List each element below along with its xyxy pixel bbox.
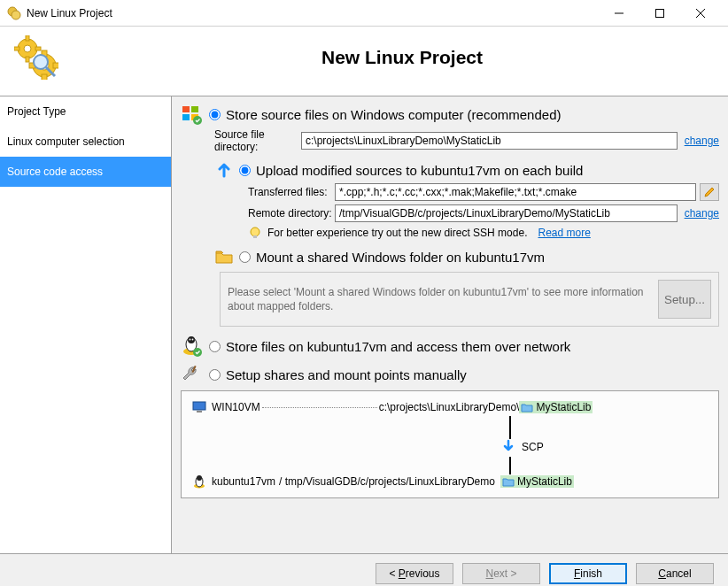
svg-rect-9 bbox=[26, 57, 29, 62]
svg-point-38 bbox=[197, 475, 202, 481]
svg-rect-26 bbox=[253, 235, 257, 238]
mount-label: Mount a shared Windows folder on kubuntu… bbox=[256, 250, 545, 265]
option-label: Setup shares and mount points manually bbox=[226, 367, 467, 382]
svg-rect-35 bbox=[197, 411, 202, 413]
read-more-link[interactable]: Read more bbox=[538, 227, 590, 239]
sidebar-item-linux-computer[interactable]: Linux computer selection bbox=[0, 127, 171, 157]
svg-point-24 bbox=[193, 116, 202, 125]
remote-dir-label: Remote directory: bbox=[248, 207, 335, 220]
upload-icon bbox=[214, 160, 234, 180]
maximize-button[interactable] bbox=[639, 1, 680, 26]
page-title: New Linux Project bbox=[94, 47, 710, 68]
svg-point-31 bbox=[192, 339, 194, 341]
wizard-content: Store source files on Windows computer (… bbox=[172, 96, 728, 553]
svg-rect-3 bbox=[656, 9, 664, 17]
option-label: Store source files on Windows computer (… bbox=[226, 107, 561, 122]
diagram-linux-path: / tmp/VisualGDB/c/projects/LinuxLibraryD… bbox=[279, 475, 495, 488]
monitor-icon bbox=[192, 400, 206, 414]
diagram-connector bbox=[509, 457, 511, 474]
diagram-scp: SCP bbox=[500, 439, 544, 455]
hint-text: For better experience try out the new di… bbox=[267, 227, 527, 239]
transfer-diagram: WIN10VM c:\projects\LinuxLibraryDemo\MyS… bbox=[181, 390, 719, 498]
wizard-header: New Linux Project bbox=[0, 27, 728, 96]
transferred-label: Transferred files: bbox=[248, 186, 335, 198]
wizard-footer: < PPreviousrevious Next >Next > FinishFi… bbox=[0, 553, 728, 586]
windows-icon bbox=[181, 104, 202, 125]
radio-store-windows[interactable] bbox=[209, 109, 221, 120]
sidebar-item-source-access[interactable]: Source code access bbox=[0, 157, 171, 187]
change-remote-link[interactable]: change bbox=[685, 207, 719, 220]
app-icon bbox=[7, 6, 21, 20]
window-titlebar: New Linux Project bbox=[0, 0, 728, 27]
diagram-linux-folder: MyStaticLib bbox=[500, 475, 574, 488]
radio-mount-folder[interactable] bbox=[239, 251, 251, 263]
diagram-win-path: c:\projects\LinuxLibraryDemo\ bbox=[379, 401, 520, 413]
svg-point-1 bbox=[12, 11, 20, 19]
mount-info-text: Please select 'Mount a shared Windows fo… bbox=[228, 285, 649, 313]
window-title: New Linux Project bbox=[27, 7, 599, 19]
cancel-button[interactable]: CancelCancel bbox=[636, 563, 714, 584]
linux-icon bbox=[181, 335, 202, 357]
svg-point-25 bbox=[251, 227, 259, 236]
svg-point-7 bbox=[24, 45, 31, 52]
src-dir-label: Source file directory: bbox=[214, 128, 301, 153]
option-store-windows[interactable]: Store source files on Windows computer (… bbox=[181, 104, 719, 125]
diagram-win-host: WIN10VM bbox=[212, 401, 260, 413]
transferred-input[interactable] bbox=[335, 183, 696, 201]
wizard-sidebar: Project Type Linux computer selection So… bbox=[0, 96, 172, 553]
setup-button: Setup... bbox=[658, 280, 711, 319]
svg-rect-17 bbox=[53, 63, 58, 68]
change-src-link[interactable]: change bbox=[685, 135, 719, 147]
svg-rect-8 bbox=[26, 35, 29, 41]
folder-share-icon bbox=[214, 247, 234, 266]
diagram-win-folder: MyStaticLib bbox=[519, 401, 592, 413]
svg-point-18 bbox=[34, 55, 48, 69]
mount-info-box: Please select 'Mount a shared Windows fo… bbox=[220, 272, 719, 327]
radio-upload-sources[interactable] bbox=[239, 165, 251, 176]
svg-rect-22 bbox=[182, 114, 190, 120]
option-manual-mount[interactable]: Setup shares and mount points manually bbox=[181, 364, 719, 385]
option-label: Store files on kubuntu17vm and access th… bbox=[226, 339, 570, 354]
svg-rect-34 bbox=[193, 402, 205, 410]
edit-transferred-button[interactable] bbox=[700, 183, 719, 201]
svg-point-29 bbox=[188, 336, 195, 343]
svg-rect-21 bbox=[191, 106, 198, 112]
diagram-connector bbox=[509, 416, 511, 439]
remote-dir-input[interactable] bbox=[335, 204, 678, 222]
src-dir-input[interactable] bbox=[301, 132, 678, 150]
sidebar-item-project-type[interactable]: Project Type bbox=[0, 96, 171, 127]
previous-button[interactable]: < PPreviousrevious bbox=[376, 563, 453, 584]
penguin-icon bbox=[192, 474, 206, 489]
diagram-linux-host: kubuntu17vm bbox=[212, 475, 275, 488]
svg-point-32 bbox=[193, 348, 202, 357]
option-store-linux[interactable]: Store files on kubuntu17vm and access th… bbox=[181, 335, 719, 357]
svg-rect-10 bbox=[14, 47, 19, 50]
next-button: Next >Next > bbox=[462, 563, 540, 584]
svg-rect-20 bbox=[182, 106, 190, 112]
wizard-icon bbox=[14, 35, 58, 80]
radio-store-linux[interactable] bbox=[209, 341, 221, 352]
svg-rect-15 bbox=[42, 74, 47, 80]
svg-point-30 bbox=[190, 339, 191, 341]
close-button[interactable] bbox=[680, 1, 721, 26]
wrench-icon bbox=[181, 364, 202, 385]
radio-manual-mount[interactable] bbox=[209, 369, 221, 381]
finish-button[interactable]: FinishFinish bbox=[549, 563, 627, 584]
minimize-button[interactable] bbox=[599, 1, 639, 26]
upload-label: Upload modified sources to kubuntu17vm o… bbox=[256, 163, 583, 178]
lightbulb-icon bbox=[248, 226, 262, 240]
svg-rect-11 bbox=[35, 47, 41, 50]
